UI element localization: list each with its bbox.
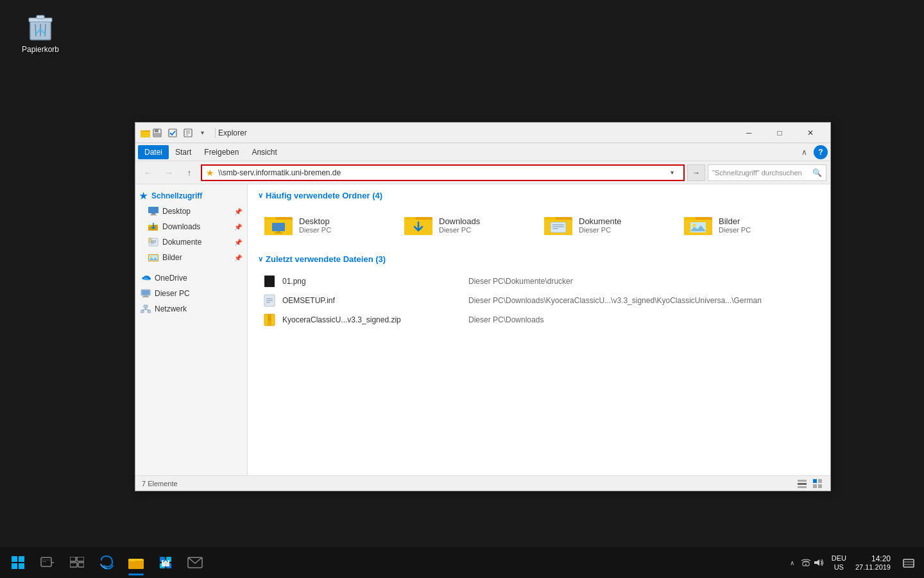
notification-icon	[903, 557, 914, 568]
search-icon[interactable]: 🔍	[812, 168, 822, 177]
folder-item-bilder[interactable]: Bilder Dieser PC	[678, 208, 812, 241]
window-title: Explorer	[218, 128, 734, 137]
save-quick-btn[interactable]	[151, 127, 164, 139]
sidebar-item-onedrive[interactable]: OneDrive	[135, 270, 247, 286]
edge-button[interactable]	[92, 548, 121, 577]
file-item-oemsetup[interactable]: OEMSETUP.inf Dieser PC\Downloads\Kyocera…	[258, 291, 820, 310]
sidebar-quick-access[interactable]: ★ Schnellzugriff	[135, 188, 247, 204]
folder-bilder-icon	[684, 213, 712, 236]
svg-rect-42	[275, 232, 282, 234]
svg-rect-77	[12, 556, 17, 562]
mail-icon	[187, 556, 203, 569]
sidebar-netzwerk-icon	[141, 304, 151, 314]
address-text[interactable]: \\smb-serv.informatik.uni-bremen.de	[218, 168, 664, 177]
folder-item-downloads[interactable]: Downloads Dieser PC	[398, 208, 533, 241]
svg-rect-79	[12, 563, 17, 569]
view-tiles-btn[interactable]	[811, 477, 824, 490]
store-button[interactable]	[151, 548, 180, 577]
file-01png-name: 01.png	[282, 277, 462, 286]
sidebar-item-bilder[interactable]: Bilder 📌	[135, 250, 247, 265]
folder-bilder-path: Dieser PC	[719, 226, 751, 234]
folder-item-desktop[interactable]: Desktop Dieser PC	[258, 208, 393, 241]
properties-quick-btn[interactable]	[182, 127, 194, 139]
svg-line-35	[142, 309, 146, 310]
address-input-container: ★ \\smb-serv.informatik.uni-bremen.de ▾	[201, 164, 685, 181]
start-button[interactable]	[4, 548, 32, 577]
notification-button[interactable]	[897, 548, 920, 577]
task-view-button[interactable]	[63, 548, 91, 577]
up-button[interactable]: ↑	[180, 164, 198, 182]
svg-point-57	[693, 224, 696, 227]
sidebar-quick-access-label: Schnellzugriff	[151, 191, 202, 200]
menu-ansicht[interactable]: Ansicht	[245, 145, 283, 159]
taskbar-clock[interactable]: 14:20 27.11.2019	[850, 554, 896, 571]
frequent-chevron[interactable]: ∨	[258, 191, 263, 200]
recycle-bin-icon[interactable]: Papierkorb	[18, 12, 63, 54]
clock-time: 14:20	[871, 554, 891, 563]
recent-section-title: ∨ Zuletzt verwendete Dateien (3)	[258, 254, 820, 264]
taskbar-tray	[797, 557, 828, 568]
tray-expand-button[interactable]: ∧	[789, 559, 796, 566]
maximize-button[interactable]: □	[765, 123, 794, 143]
svg-rect-7	[155, 129, 158, 132]
content-area: ∨ Häufig verwendete Ordner (4)	[248, 184, 830, 475]
svg-rect-91	[128, 561, 144, 569]
sidebar-item-dieser-pc[interactable]: Dieser PC	[135, 286, 247, 301]
help-button[interactable]: ?	[814, 145, 828, 159]
tray-volume-icon[interactable]	[814, 557, 824, 568]
file-inf-icon	[263, 294, 276, 307]
back-button[interactable]: ←	[139, 164, 157, 182]
file-item-01png[interactable]: 01.png Dieser PC\Dokumente\drucker	[258, 272, 820, 291]
address-bar: ← → ↑ ★ \\smb-serv.informatik.uni-bremen…	[135, 161, 830, 184]
svg-rect-72	[798, 486, 807, 488]
folder-dokumente-path: Dieser PC	[579, 226, 621, 234]
search-button[interactable]	[33, 548, 62, 577]
title-bar: ▾ Explorer ─ □ ✕	[135, 123, 830, 143]
sidebar-bilder-icon	[148, 252, 158, 263]
folder-downloads-path: Dieser PC	[439, 226, 480, 234]
view-details-btn[interactable]	[796, 477, 809, 490]
sidebar-item-netzwerk[interactable]: Netzwerk	[135, 301, 247, 317]
folder-bilder-info: Bilder Dieser PC	[719, 216, 751, 234]
menu-start[interactable]: Start	[169, 145, 198, 159]
close-button[interactable]: ✕	[796, 123, 825, 143]
mail-button[interactable]	[181, 548, 209, 577]
sidebar-item-desktop[interactable]: Desktop 📌	[135, 204, 247, 219]
sidebar-dokumente-pin: 📌	[234, 239, 242, 246]
sidebar: ★ Schnellzugriff Desktop 📌	[135, 184, 248, 475]
sidebar-onedrive-icon	[141, 273, 151, 283]
quick-access-toolbar: ▾	[151, 127, 207, 139]
svg-rect-8	[154, 133, 160, 136]
file-explorer-taskbar-button[interactable]	[122, 548, 150, 577]
file-kyocera-name: KyoceraClassicU...v3.3_signed.zip	[282, 315, 462, 324]
forward-button[interactable]: →	[160, 164, 178, 182]
sidebar-item-downloads[interactable]: Downloads 📌	[135, 219, 247, 234]
sidebar-desktop-label: Desktop	[162, 207, 191, 216]
checkmark-quick-btn[interactable]	[166, 127, 179, 139]
ribbon-collapse-btn[interactable]: ∧	[798, 145, 811, 159]
folder-item-dokumente[interactable]: Dokumente Dieser PC	[538, 208, 672, 241]
address-go-button[interactable]: →	[687, 164, 705, 181]
svg-rect-9	[169, 129, 176, 137]
minimize-button[interactable]: ─	[734, 123, 764, 143]
explorer-window: ▾ Explorer ─ □ ✕ Datei Start Freigeben A…	[135, 122, 831, 491]
sidebar-downloads-pin: 📌	[234, 223, 242, 231]
quick-access-dropdown[interactable]: ▾	[197, 128, 207, 138]
language-indicator[interactable]: DEU US	[829, 554, 849, 572]
sidebar-item-dokumente[interactable]: Dokumente 📌	[135, 234, 247, 250]
svg-rect-76	[818, 484, 822, 488]
svg-rect-78	[19, 556, 24, 562]
tray-network-icon[interactable]	[801, 557, 811, 568]
sidebar-downloads-icon	[148, 222, 158, 232]
taskbar-search-icon	[40, 555, 55, 570]
menu-datei[interactable]: Datei	[138, 145, 169, 159]
file-item-kyocera[interactable]: KyoceraClassicU...v3.3_signed.zip Dieser…	[258, 310, 820, 329]
file-oemsetup-path: Dieser PC\Downloads\KyoceraClassicU...\v…	[468, 296, 815, 305]
recent-chevron[interactable]: ∨	[258, 255, 263, 263]
menu-freigeben[interactable]: Freigeben	[198, 145, 245, 159]
search-box[interactable]: "Schnellzugriff" durchsuchen 🔍	[708, 164, 826, 181]
address-dropdown-btn[interactable]: ▾	[664, 165, 680, 180]
windows-logo-icon	[10, 555, 26, 570]
svg-rect-80	[19, 563, 24, 569]
svg-rect-58	[264, 276, 275, 287]
